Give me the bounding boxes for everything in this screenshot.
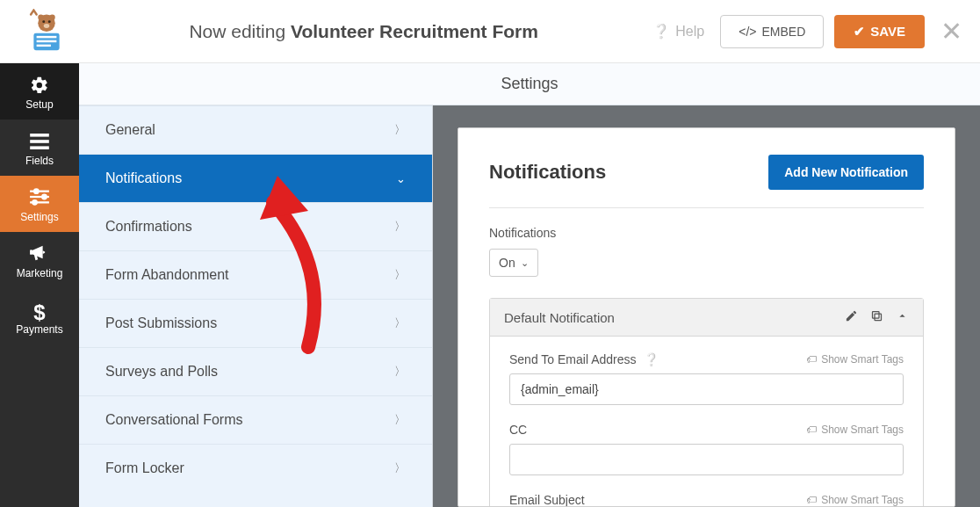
tag-icon: 🏷 <box>806 353 817 366</box>
chevron-right-icon: 〉 <box>394 122 406 138</box>
rail-settings[interactable]: Settings <box>0 176 79 232</box>
add-new-notification-button[interactable]: Add New Notification <box>768 155 924 190</box>
tag-icon: 🏷 <box>806 494 817 506</box>
form-name: Volunteer Recruitment Form <box>291 21 538 41</box>
side-item-form-abandonment[interactable]: Form Abandonment 〉 <box>79 250 432 299</box>
help-label: Help <box>675 24 704 40</box>
embed-icon: </> <box>739 25 756 39</box>
save-button[interactable]: ✔ SAVE <box>834 15 925 48</box>
notifications-toggle-dropdown[interactable]: On ⌄ <box>489 249 538 277</box>
svg-rect-20 <box>875 314 882 321</box>
svg-point-5 <box>43 24 49 28</box>
collapse-icon[interactable] <box>896 309 909 325</box>
side-label: Post Submissions <box>105 315 217 331</box>
svg-rect-10 <box>30 134 49 137</box>
chevron-right-icon: 〉 <box>394 364 406 380</box>
rail-fields[interactable]: Fields <box>0 120 79 176</box>
email-subject-label: Email Subject <box>509 493 585 507</box>
settings-sidebar: General 〉 Notifications ⌄ Confirmations … <box>79 63 433 507</box>
side-label: Confirmations <box>105 219 192 235</box>
chevron-down-icon: ⌄ <box>521 257 529 269</box>
duplicate-icon[interactable] <box>870 309 883 325</box>
svg-rect-8 <box>36 40 56 41</box>
side-label: Form Locker <box>105 460 184 476</box>
side-label: Conversational Forms <box>105 412 243 428</box>
chevron-right-icon: 〉 <box>394 219 406 235</box>
notification-box-actions <box>845 309 909 325</box>
show-smart-tags-link[interactable]: 🏷 Show Smart Tags <box>806 494 904 506</box>
side-item-conversational-forms[interactable]: Conversational Forms 〉 <box>79 395 432 444</box>
cc-row: CC 🏷 Show Smart Tags <box>509 423 904 475</box>
chevron-right-icon: 〉 <box>394 460 406 476</box>
show-smart-tags-link[interactable]: 🏷 Show Smart Tags <box>806 424 904 436</box>
send-to-row: Send To Email Address ❔ 🏷 Show Smart Tag… <box>509 352 904 405</box>
dollar-icon: $ <box>4 301 76 323</box>
rail-settings-label: Settings <box>20 211 58 223</box>
settings-title-bar: Settings <box>79 63 980 105</box>
svg-rect-7 <box>36 35 56 37</box>
svg-rect-12 <box>30 146 49 149</box>
notification-box-body: Send To Email Address ❔ 🏷 Show Smart Tag… <box>490 337 923 507</box>
side-item-surveys-and-polls[interactable]: Surveys and Polls 〉 <box>79 347 432 395</box>
help-icon[interactable]: ❔ <box>644 352 659 366</box>
cc-label: CC <box>509 423 527 437</box>
svg-point-14 <box>34 189 39 193</box>
show-smart-tags-link[interactable]: 🏷 Show Smart Tags <box>806 353 904 366</box>
svg-rect-11 <box>30 140 49 143</box>
svg-point-3 <box>42 20 45 23</box>
nav-rail: Setup Fields Settings Marketing $ Paymen… <box>0 63 79 507</box>
svg-point-4 <box>47 20 50 23</box>
svg-point-2 <box>49 14 55 20</box>
rail-setup-label: Setup <box>25 98 53 111</box>
sliders-icon <box>4 188 76 211</box>
edit-icon[interactable] <box>845 309 858 325</box>
embed-button[interactable]: </> EMBED <box>720 15 824 48</box>
rail-marketing[interactable]: Marketing <box>0 232 79 288</box>
subject-row: Email Subject 🏷 Show Smart Tags <box>509 493 904 507</box>
gear-icon <box>4 76 76 98</box>
wpforms-logo <box>18 5 75 58</box>
svg-point-18 <box>32 200 37 205</box>
notifications-heading: Notifications <box>489 161 606 184</box>
rail-setup[interactable]: Setup <box>0 63 79 120</box>
rail-payments[interactable]: $ Payments <box>0 288 79 344</box>
main-content: Notifications Add New Notification Notif… <box>433 105 980 507</box>
help-link[interactable]: ❔ Help <box>652 23 704 40</box>
side-item-general[interactable]: General 〉 <box>79 105 432 154</box>
help-icon: ❔ <box>652 23 670 40</box>
chevron-right-icon: 〉 <box>394 315 406 331</box>
send-to-email-input[interactable] <box>509 373 904 405</box>
send-to-label: Send To Email Address ❔ <box>509 352 659 366</box>
notification-box-title: Default Notification <box>504 310 845 325</box>
top-bar: Now editing Volunteer Recruitment Form ❔… <box>0 0 980 63</box>
svg-rect-19 <box>30 250 32 254</box>
default-notification-box: Default Notification <box>489 298 924 507</box>
chevron-right-icon: 〉 <box>394 412 406 428</box>
svg-rect-9 <box>36 44 50 46</box>
chevron-right-icon: 〉 <box>394 267 406 283</box>
now-editing-text: Now editing <box>189 21 285 41</box>
svg-rect-21 <box>873 312 880 319</box>
notifications-toggle-block: Notifications On ⌄ <box>489 226 924 277</box>
close-button[interactable]: ✕ <box>940 18 962 45</box>
card-header: Notifications Add New Notification <box>489 155 924 208</box>
side-label: Form Abandonment <box>105 267 229 283</box>
rail-payments-label: Payments <box>16 323 62 336</box>
side-item-notifications[interactable]: Notifications ⌄ <box>79 154 432 202</box>
list-icon <box>4 132 76 155</box>
notifications-card: Notifications Add New Notification Notif… <box>458 127 955 507</box>
side-item-confirmations[interactable]: Confirmations 〉 <box>79 202 432 250</box>
form-title-area: Now editing Volunteer Recruitment Form <box>75 21 652 42</box>
chevron-down-icon: ⌄ <box>396 172 406 185</box>
side-label: Notifications <box>105 170 182 186</box>
rail-marketing-label: Marketing <box>17 267 63 279</box>
bullhorn-icon <box>4 244 76 267</box>
notifications-toggle-label: Notifications <box>489 226 924 240</box>
cc-input[interactable] <box>509 444 904 475</box>
side-item-post-submissions[interactable]: Post Submissions 〉 <box>79 299 432 347</box>
side-item-form-locker[interactable]: Form Locker 〉 <box>79 444 432 492</box>
side-label: General <box>105 122 155 138</box>
settings-title: Settings <box>501 75 558 93</box>
check-icon: ✔ <box>854 24 865 40</box>
dropdown-value: On <box>499 256 515 270</box>
